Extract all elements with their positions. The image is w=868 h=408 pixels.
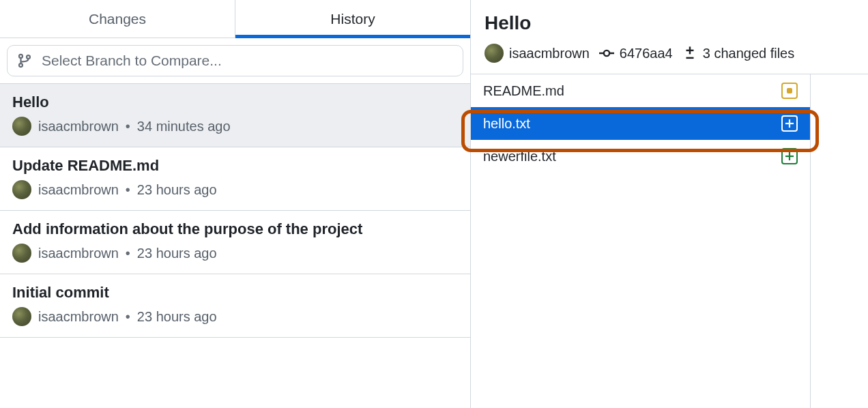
svg-point-1 [19, 63, 23, 67]
avatar [12, 180, 31, 199]
separator-dot: • [126, 309, 130, 325]
commit-meta: isaacmbrown • 23 hours ago [12, 244, 458, 263]
git-branch-icon [17, 53, 32, 68]
commit-meta: isaacmbrown • 23 hours ago [12, 307, 458, 326]
diff-added-icon [781, 148, 798, 164]
separator-dot: • [126, 182, 130, 198]
commit-detail-meta: isaacmbrown 6476aa4 [484, 44, 854, 63]
avatar [12, 307, 31, 326]
commit-author: isaacmbrown [38, 309, 119, 325]
tab-history[interactable]: History [235, 0, 470, 38]
commit-item[interactable]: Add information about the purpose of the… [0, 211, 470, 274]
commit-item[interactable]: Initial commit isaacmbrown • 23 hours ag… [0, 274, 470, 338]
commit-time: 23 hours ago [137, 309, 217, 325]
diff-modified-icon [781, 83, 798, 99]
changed-files-list: README.md hello.txt newerfile.txt [471, 74, 811, 408]
diff-icon [682, 46, 697, 61]
commit-meta: isaacmbrown • 23 hours ago [12, 180, 458, 199]
right-pane: Hello isaacmbrown 6476aa4 [471, 0, 868, 408]
branch-compare-label: Select Branch to Compare... [42, 53, 222, 69]
avatar [12, 117, 31, 136]
svg-point-3 [604, 50, 609, 56]
commit-sha: 6476aa4 [620, 46, 673, 61]
changed-files-label: 3 changed files [703, 46, 795, 61]
branch-compare-bar: Select Branch to Compare... [0, 38, 470, 84]
commit-list: Hello isaacmbrown • 34 minutes ago Updat… [0, 84, 470, 408]
commit-icon [599, 46, 614, 61]
commit-title: Initial commit [12, 284, 458, 302]
file-name: README.md [483, 83, 564, 99]
avatar [484, 44, 504, 63]
file-name: hello.txt [483, 116, 530, 132]
svg-point-0 [19, 55, 23, 58]
commit-item[interactable]: Update README.md isaacmbrown • 23 hours … [0, 147, 470, 211]
commit-author: isaacmbrown [38, 246, 119, 261]
commit-time: 34 minutes ago [137, 119, 231, 134]
avatar [12, 244, 31, 263]
commit-item[interactable]: Hello isaacmbrown • 34 minutes ago [0, 84, 470, 147]
commit-title: Add information about the purpose of the… [12, 220, 458, 238]
commit-detail-header: Hello isaacmbrown 6476aa4 [471, 0, 868, 74]
file-row[interactable]: README.md [471, 74, 810, 107]
separator-dot: • [126, 246, 130, 261]
tab-changes[interactable]: Changes [0, 0, 235, 38]
commit-time: 23 hours ago [137, 246, 217, 261]
commit-author: isaacmbrown [38, 182, 119, 198]
branch-compare-button[interactable]: Select Branch to Compare... [7, 45, 463, 76]
separator-dot: • [126, 119, 130, 134]
commit-author: isaacmbrown [38, 119, 119, 134]
commit-detail-author: isaacmbrown [509, 46, 590, 61]
file-row[interactable]: newerfile.txt [471, 140, 810, 173]
file-row[interactable]: hello.txt [471, 107, 810, 140]
file-name: newerfile.txt [483, 149, 556, 164]
commit-detail-title: Hello [484, 12, 854, 34]
diff-added-icon [781, 115, 798, 132]
commit-title: Update README.md [12, 157, 458, 175]
commit-time: 23 hours ago [137, 182, 217, 198]
tabs: Changes History [0, 0, 470, 38]
svg-point-2 [27, 55, 30, 59]
left-pane: Changes History Select Branch to Compare… [0, 0, 471, 408]
commit-meta: isaacmbrown • 34 minutes ago [12, 117, 458, 136]
commit-title: Hello [12, 93, 458, 111]
